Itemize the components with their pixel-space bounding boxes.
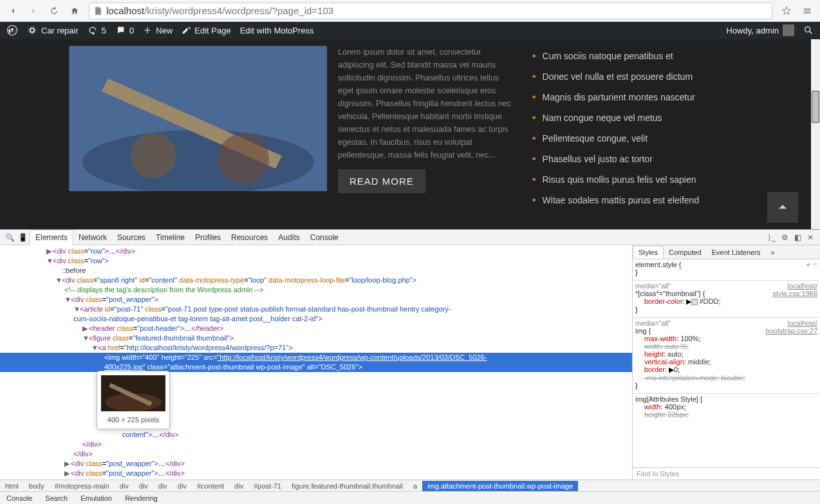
drawer-tab-rendering[interactable]: Rendering: [118, 493, 164, 503]
wp-new[interactable]: New: [143, 26, 172, 35]
menu-button[interactable]: [798, 3, 816, 19]
wp-site-name[interactable]: Car repair: [27, 25, 79, 35]
wp-howdy[interactable]: Howdy, admin: [727, 24, 794, 36]
url-path: /kristy/wordpress4/wordpress/?page_id=10…: [144, 5, 333, 16]
styles-panel: StylesComputedEvent Listeners» element.s…: [632, 245, 820, 480]
breadcrumb-item[interactable]: div: [172, 481, 192, 491]
new-rule-icon[interactable]: + ⠒: [806, 261, 817, 269]
url-bar[interactable]: localhost/kristy/wordpress4/wordpress/?p…: [89, 3, 772, 19]
style-source-link[interactable]: style.css:1966: [772, 290, 817, 297]
sidebar-link[interactable]: Donec vel nulla et est posuere dictum: [532, 66, 751, 87]
url-host: localhost: [106, 5, 144, 16]
breadcrumb-item[interactable]: div: [115, 481, 134, 491]
sidebar-link[interactable]: Nam congue neque vel metus: [532, 107, 751, 128]
device-icon[interactable]: 📱: [17, 233, 28, 242]
bookmark-button[interactable]: [778, 3, 796, 19]
post-thumbnail[interactable]: [69, 46, 326, 191]
back-button[interactable]: [4, 3, 22, 19]
scroll-to-top-button[interactable]: [767, 192, 798, 223]
svg-point-3: [805, 27, 810, 32]
devtools-tab-network[interactable]: Network: [73, 230, 112, 245]
breadcrumb-item[interactable]: div: [153, 481, 172, 491]
image-preview-popup: 400 × 225 pixels: [97, 371, 170, 429]
home-button[interactable]: [66, 3, 84, 19]
wp-updates[interactable]: 5: [88, 25, 106, 35]
page-icon: [93, 6, 102, 15]
breadcrumb-item[interactable]: div: [134, 481, 153, 491]
wp-comments[interactable]: 0: [115, 25, 134, 35]
wp-search[interactable]: [803, 25, 814, 35]
devtools-tab-console[interactable]: Console: [305, 230, 344, 245]
sidebar-link[interactable]: Witae sodales mattis purus est eleifend: [532, 190, 751, 210]
svg-point-7: [218, 133, 269, 185]
wp-edit-page[interactable]: Edit Page: [182, 26, 230, 35]
style-source-link[interactable]: bootstrap.css:27: [765, 327, 817, 335]
browser-toolbar: localhost/kristy/wordpress4/wordpress/?p…: [0, 0, 820, 22]
avatar: [783, 24, 794, 36]
dock-icon[interactable]: ◧: [792, 233, 803, 242]
wp-admin-bar: Car repair 5 0 New Edit Page Edit with M…: [0, 22, 820, 39]
sidebar-links: Cum sociis natoque penatibus etDonec vel…: [532, 46, 751, 210]
styles-tab-event-listeners[interactable]: Event Listeners: [707, 247, 766, 258]
devtools-tab-sources[interactable]: Sources: [112, 230, 151, 245]
drawer-tab-console[interactable]: Console: [0, 493, 39, 503]
reload-button[interactable]: [45, 3, 63, 19]
sidebar-link[interactable]: Magnis dis parturient montes nascetur: [532, 87, 751, 107]
svg-point-1: [30, 28, 35, 33]
forward-button[interactable]: [24, 3, 42, 19]
breadcrumb-item[interactable]: img.attachment-post-thumbnail.wp-post-im…: [422, 481, 578, 491]
breadcrumb-item[interactable]: html: [0, 481, 24, 491]
wp-logo[interactable]: [6, 24, 18, 36]
devtools-tab-audits[interactable]: Audits: [273, 230, 304, 245]
breadcrumb-item[interactable]: figure.featured-thumbnail.thumbnail: [286, 481, 408, 491]
breadcrumb-item[interactable]: a: [408, 481, 422, 491]
breadcrumb-item[interactable]: body: [24, 481, 50, 491]
styles-tab-computed[interactable]: Computed: [664, 247, 707, 258]
breadcrumb-item[interactable]: #post-71: [248, 481, 286, 491]
devtools-drawer-tabs: ConsoleSearchEmulationRendering: [0, 491, 820, 504]
devtools-tab-elements[interactable]: Elements: [30, 230, 73, 245]
style-source-link[interactable]: localhost/: [788, 282, 817, 290]
devtools-tab-profiles[interactable]: Profiles: [190, 230, 226, 245]
svg-point-6: [131, 133, 176, 178]
styles-more[interactable]: »: [766, 247, 780, 258]
selected-dom-node[interactable]: <img width="400" height="225" src="http:…: [0, 353, 632, 362]
site-body: img.attachment-post-thumbnail.wp-post-im…: [0, 39, 820, 229]
close-devtools-icon[interactable]: ✕: [805, 233, 816, 242]
style-source-link[interactable]: localhost/: [788, 319, 817, 327]
post-excerpt: Lorem ipsum dolor sit amet, consectetur …: [338, 46, 513, 162]
drawer-tab-search[interactable]: Search: [39, 493, 74, 503]
sidebar-link[interactable]: Phasellus vel justo ac tortor: [532, 149, 751, 169]
dom-breadcrumb[interactable]: htmlbody#motopress-maindivdivdivdiv#cont…: [0, 480, 820, 491]
read-more-button[interactable]: READ MORE: [338, 169, 425, 193]
styles-tab-styles[interactable]: Styles: [633, 246, 664, 259]
elements-panel[interactable]: ▶<div class="row">…</div> ▼<div class="r…: [0, 245, 632, 480]
inspect-icon[interactable]: 🔍: [4, 233, 15, 242]
devtools-tabs: 🔍 📱 ElementsNetworkSourcesTimelineProfil…: [0, 230, 820, 245]
find-in-styles[interactable]: Find in Styles: [633, 467, 820, 480]
drawer-icon[interactable]: ⟩⎯: [766, 233, 778, 242]
breadcrumb-item[interactable]: #content: [192, 481, 229, 491]
wp-motopress[interactable]: Edit with MotoPress: [240, 26, 314, 35]
devtools: 🔍 📱 ElementsNetworkSourcesTimelineProfil…: [0, 229, 820, 504]
breadcrumb-item[interactable]: div: [229, 481, 248, 491]
sidebar-link[interactable]: Risus quis mollis purus felis vel sapien: [532, 169, 751, 190]
settings-icon[interactable]: ⚙: [779, 233, 790, 242]
devtools-tab-timeline[interactable]: Timeline: [151, 230, 190, 245]
page-scrollbar[interactable]: [811, 39, 820, 229]
devtools-tab-resources[interactable]: Resources: [226, 230, 273, 245]
sidebar-link[interactable]: Pellentesque congue, velit: [532, 128, 751, 149]
sidebar-link[interactable]: Cum sociis natoque penatibus et: [532, 46, 751, 66]
drawer-tab-emulation[interactable]: Emulation: [74, 493, 118, 503]
breadcrumb-item[interactable]: #motopress-main: [50, 481, 115, 491]
